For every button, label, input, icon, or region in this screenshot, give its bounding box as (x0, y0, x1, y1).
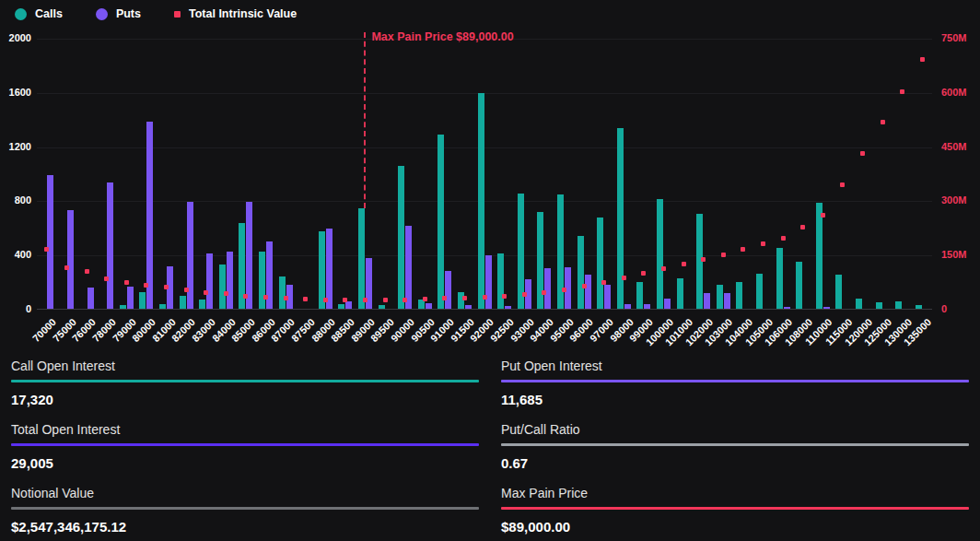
intrinsic-value-dot (423, 297, 427, 301)
stat-value: 29,005 (11, 455, 479, 471)
calls-bar (578, 236, 584, 309)
gridline (37, 201, 932, 202)
plot-area: Max Pain Price $89,000.00 (37, 39, 932, 310)
intrinsic-value-dot (284, 296, 288, 300)
intrinsic-value-dot (64, 265, 69, 270)
stat-value: 0.67 (501, 455, 969, 471)
calls-bar (180, 296, 186, 309)
puts-bar (724, 293, 730, 309)
intrinsic-value-dot (582, 284, 587, 288)
intrinsic-value-dot (622, 276, 626, 280)
intrinsic-value-dot (562, 288, 566, 292)
stat-max-pain-price: Max Pain Price$89,000.00 (501, 476, 969, 540)
calls-bar (776, 248, 783, 309)
puts-bar (227, 252, 233, 309)
legend-item-puts[interactable]: Puts (96, 7, 141, 20)
puts-bar (345, 301, 352, 309)
puts-bar (206, 253, 213, 309)
calls-bar (139, 292, 146, 309)
left-axis-tick: 800 (15, 194, 31, 206)
intrinsic-value-dot (104, 276, 109, 281)
stat-total-open-interest: Total Open Interest29,005 (11, 413, 479, 476)
chart-legend: CallsPutsTotal Intrinsic Value (15, 7, 297, 20)
x-axis: 7000075000760007800079000800008100082000… (0, 310, 980, 354)
calls-bar (657, 199, 663, 309)
puts-bar (88, 288, 94, 309)
puts-bar (246, 202, 252, 309)
calls-bar (259, 252, 265, 309)
stat-accent-line (501, 443, 969, 446)
calls-bar (816, 203, 822, 309)
calls-bar (518, 194, 524, 309)
intrinsic-value-dot (462, 296, 467, 300)
stat-put-call-ratio: Put/Call Ratio0.67 (501, 413, 969, 476)
calls-bar (677, 278, 683, 309)
calls-bar (736, 282, 742, 309)
intrinsic-value-dot (124, 280, 129, 285)
stats-panel: Call Open Interest17,320Put Open Interes… (0, 349, 980, 540)
stat-accent-line (11, 443, 479, 446)
intrinsic-value-dot (144, 283, 148, 288)
intrinsic-value-dot (164, 285, 169, 289)
legend-item-calls[interactable]: Calls (15, 7, 63, 20)
calls-bar (438, 135, 444, 309)
gridline (37, 93, 932, 94)
intrinsic-value-dot (383, 298, 388, 302)
calls-bar (497, 253, 504, 309)
max-pain-dashboard: CallsPutsTotal Intrinsic Value 040080012… (0, 0, 980, 541)
calls-bar (756, 274, 763, 309)
intrinsic-value-dot (881, 120, 885, 124)
stat-value: $89,000.00 (501, 519, 969, 535)
calls-bar (398, 166, 404, 309)
intrinsic-value-dot (502, 294, 507, 299)
stat-accent-line (501, 380, 969, 382)
puts-bar (624, 304, 631, 309)
right-axis-tick: 600M (941, 87, 967, 98)
calls-bar (835, 275, 842, 309)
max-pain-label: Max Pain Price $89,000.00 (371, 30, 513, 43)
puts-bar (146, 122, 153, 309)
calls-bar (876, 302, 882, 309)
legend-label: Calls (35, 7, 63, 20)
right-axis-tick: 450M (941, 141, 967, 152)
calls-bar (458, 292, 464, 309)
intrinsic-value-dot (900, 89, 904, 94)
right-axis-tick: 750M (941, 32, 967, 43)
stat-value: 17,320 (11, 392, 479, 407)
calls-bar (916, 305, 922, 309)
intrinsic-value-dot (323, 298, 328, 302)
left-axis-tick: 400 (15, 249, 31, 260)
calls-bar (379, 305, 385, 309)
total-intrinsic-value-square-icon (174, 11, 181, 18)
calls-bar (159, 304, 166, 309)
calls-bar (338, 304, 344, 309)
stat-value: 11,685 (501, 392, 969, 407)
intrinsic-value-dot (781, 236, 786, 241)
puts-bar (784, 307, 790, 309)
intrinsic-value-dot (363, 298, 368, 302)
gridline (37, 147, 932, 148)
intrinsic-value-dot (442, 296, 447, 300)
intrinsic-value-dot (800, 225, 805, 229)
puts-bar (67, 210, 74, 309)
calls-circle-icon (15, 8, 27, 20)
stat-notional-value: Notional Value$2,547,346,175.12 (11, 476, 479, 540)
intrinsic-value-dot (483, 295, 487, 300)
intrinsic-value-dot (343, 298, 347, 302)
stat-label: Put Open Interest (501, 359, 969, 373)
stat-accent-line (501, 507, 969, 510)
calls-bar (717, 285, 723, 309)
legend-item-total-intrinsic-value[interactable]: Total Intrinsic Value (174, 7, 297, 20)
stat-label: Notional Value (11, 486, 479, 500)
intrinsic-value-dot (224, 291, 228, 296)
calls-bar (279, 276, 286, 309)
calls-bar (636, 282, 643, 309)
calls-bar (597, 218, 603, 309)
calls-bar (358, 208, 365, 309)
stat-label: Total Open Interest (11, 422, 479, 437)
intrinsic-value-dot (44, 247, 49, 252)
puts-bar (445, 271, 451, 309)
stat-accent-line (11, 380, 479, 382)
intrinsic-value-dot (741, 247, 745, 252)
legend-label: Puts (116, 7, 141, 20)
